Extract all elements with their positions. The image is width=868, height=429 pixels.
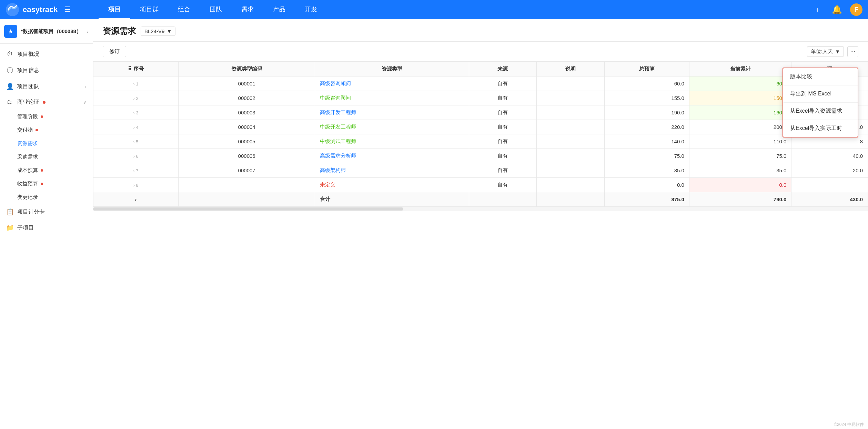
sidebar-label-purchase: 采购需求	[17, 154, 38, 160]
row-seq: › 6	[93, 149, 179, 163]
toolbar-right: 单位:人天 ▼ ···	[807, 46, 858, 57]
table-row: › 7 000007 高级架构师 自有 35.0 35.0 20.0	[93, 163, 868, 178]
row-extra	[791, 178, 868, 192]
sidebar-item-team[interactable]: 👤 项目团队 ›	[0, 79, 93, 94]
delivery-dot	[36, 129, 38, 131]
content-area: 资源需求 BL24-V9 ▼ 修订 单位:人天 ▼ ··· ⠿ 序号	[93, 19, 868, 429]
row-current: 160.0	[689, 105, 791, 120]
col-header-total: 总预算	[604, 62, 689, 76]
resource-table: ⠿ 序号 资源类型编码 资源类型 来源 说明 总预算 当前累计 研 › 1 00…	[93, 62, 868, 207]
unit-selector[interactable]: 单位:人天 ▼	[807, 46, 844, 57]
row-code	[179, 178, 315, 192]
row-total: 75.0	[604, 149, 689, 163]
row-seq: › 4	[93, 120, 179, 134]
table-row: › 4 000004 中级开发工程师 自有 220.0 200.0 160.0	[93, 120, 868, 134]
nav-item-portfolio[interactable]: 组合	[168, 0, 200, 19]
sidebar-item-subproject[interactable]: 📁 子项目	[0, 220, 93, 236]
nav-item-requirements[interactable]: 需求	[232, 0, 263, 19]
row-seq: › 1	[93, 76, 179, 91]
hamburger-icon[interactable]: ☰	[64, 5, 71, 14]
dropdown-item-compare[interactable]: 版本比较	[783, 68, 858, 85]
row-source: 自有	[469, 134, 536, 149]
row-note	[537, 134, 604, 149]
dropdown-item-import-resource[interactable]: 从Excel导入资源需求	[783, 103, 858, 120]
nav-item-product[interactable]: 产品	[263, 0, 295, 19]
footer-text: ©2024 中易软件	[834, 422, 864, 427]
revise-button[interactable]: 修订	[103, 46, 126, 57]
sidebar: ★ *数据智能项目（000088） › ⏱ 项目概况 ⓘ 项目信息 👤 项目团队…	[0, 19, 93, 429]
row-code: 000002	[179, 91, 315, 105]
avatar[interactable]: F	[850, 3, 862, 16]
overview-icon: ⏱	[6, 51, 14, 58]
sidebar-item-scorecard[interactable]: 📋 项目计分卡	[0, 204, 93, 220]
version-label: BL24-V9	[144, 28, 164, 34]
project-chevron-icon: ›	[87, 29, 89, 34]
row-source: 自有	[469, 178, 536, 192]
table-row: › 8 未定义 自有 0.0 0.0	[93, 178, 868, 192]
notification-icon[interactable]: 🔔	[831, 3, 843, 16]
project-name: *数据智能项目（000088）	[21, 28, 83, 35]
row-note	[537, 178, 604, 192]
row-note	[537, 105, 604, 120]
nav-item-dev[interactable]: 开发	[295, 0, 327, 19]
sidebar-label-overview: 项目概况	[17, 51, 39, 58]
sidebar-sub-item-resource[interactable]: 资源需求	[0, 137, 93, 150]
row-type: 未定义	[315, 178, 469, 192]
row-total: 35.0	[604, 163, 689, 178]
dropdown-item-export-excel[interactable]: 导出到 MS Excel	[783, 85, 858, 103]
add-button[interactable]: ＋	[811, 3, 824, 16]
sidebar-item-biz[interactable]: 🗂 商业论证 ∨	[0, 94, 93, 110]
more-options-button[interactable]: ···	[847, 46, 858, 57]
sidebar-sub-item-cost[interactable]: 成本预算	[0, 164, 93, 177]
table-row: › 1 000001 高级咨询顾问 自有 60.0 60.0	[93, 76, 868, 91]
sidebar-sub-item-purchase[interactable]: 采购需求	[0, 150, 93, 164]
row-code: 000005	[179, 134, 315, 149]
top-nav: easytrack ☰ 项目 项目群 组合 团队 需求 产品 开发 ＋ 🔔 F	[0, 0, 868, 19]
nav-item-project[interactable]: 项目	[99, 0, 130, 19]
dropdown-item-import-hours[interactable]: 从Excel导入实际工时	[783, 120, 858, 137]
row-total: 190.0	[604, 105, 689, 120]
row-total: 220.0	[604, 120, 689, 134]
cost-dot	[41, 169, 43, 172]
row-current: 75.0	[689, 149, 791, 163]
sidebar-sub-item-delivery[interactable]: 交付物	[0, 123, 93, 137]
sidebar-label-info: 项目信息	[17, 67, 39, 74]
sidebar-label-scorecard: 项目计分卡	[17, 208, 45, 216]
row-source: 自有	[469, 76, 536, 91]
row-extra: 40.0	[791, 149, 868, 163]
row-extra: 20.0	[791, 163, 868, 178]
page-header: 资源需求 BL24-V9 ▼	[93, 19, 868, 42]
nav-item-projectgroup[interactable]: 项目群	[130, 0, 168, 19]
row-note	[537, 91, 604, 105]
project-header[interactable]: ★ *数据智能项目（000088） ›	[0, 19, 93, 44]
version-selector[interactable]: BL24-V9 ▼	[141, 27, 175, 36]
row-current: 60.0	[689, 76, 791, 91]
row-type: 中级咨询顾问	[315, 91, 469, 105]
sidebar-label-mgmt: 管理阶段	[17, 113, 38, 120]
sidebar-item-overview[interactable]: ⏱ 项目概况	[0, 47, 93, 62]
sidebar-sub-item-change[interactable]: 变更记录	[0, 191, 93, 204]
sidebar-sub-item-mgmt[interactable]: 管理阶段	[0, 110, 93, 123]
total-note	[537, 192, 604, 207]
horizontal-scrollbar[interactable]	[93, 207, 868, 211]
scroll-thumb	[93, 207, 403, 211]
nav-item-team[interactable]: 团队	[200, 0, 232, 19]
row-total: 60.0	[604, 76, 689, 91]
biz-chevron-icon: ∨	[83, 100, 87, 105]
row-current: 200.0	[689, 120, 791, 134]
row-note	[537, 163, 604, 178]
row-source: 自有	[469, 120, 536, 134]
sidebar-label-delivery: 交付物	[17, 127, 33, 133]
unit-dropdown-icon: ▼	[835, 49, 840, 54]
table-row: › 5 000005 中级测试工程师 自有 140.0 110.0 8	[93, 134, 868, 149]
total-current: 790.0	[689, 192, 791, 207]
row-seq: › 2	[93, 91, 179, 105]
sidebar-label-team: 项目团队	[17, 83, 39, 90]
sidebar-item-info[interactable]: ⓘ 项目信息	[0, 62, 93, 79]
sidebar-sub-item-revenue[interactable]: 收益预算	[0, 177, 93, 191]
row-note	[537, 149, 604, 163]
row-total: 0.0	[604, 178, 689, 192]
nav-links: 项目 项目群 组合 团队 需求 产品 开发	[99, 0, 811, 19]
subproject-icon: 📁	[6, 224, 14, 232]
logo-text: easytrack	[23, 5, 58, 14]
